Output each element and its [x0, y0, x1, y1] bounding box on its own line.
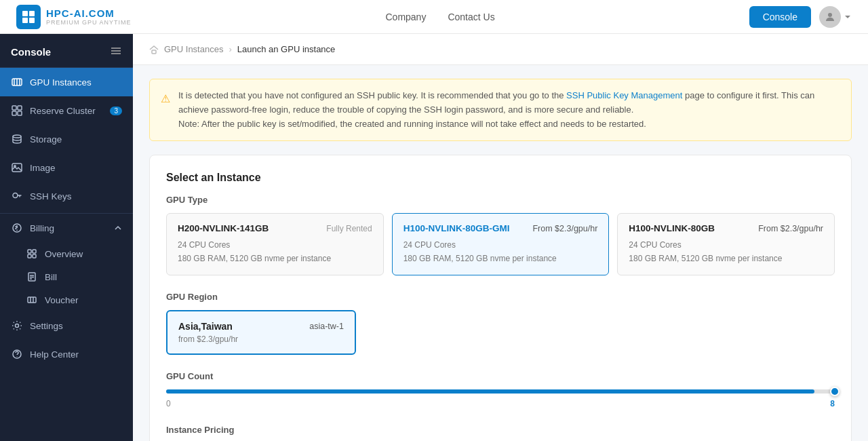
region-card-taiwan[interactable]: Asia,Taiwan asia-tw-1 from $2.3/gpu/hr — [166, 310, 356, 355]
menu-icon — [110, 45, 122, 57]
sidebar-item-storage[interactable]: Storage — [0, 125, 133, 153]
sidebar-toggle-button[interactable] — [110, 45, 122, 59]
instance-pricing-label: Instance Pricing — [166, 425, 835, 435]
logo-svg — [21, 9, 36, 24]
breadcrumb: GPU Instances › Launch an GPU instance — [133, 34, 868, 65]
help-label: Help Center — [30, 349, 79, 360]
sidebar-item-label-image: Image — [30, 163, 56, 173]
gpu-type-grid: H200-NVLINK-141GB Fully Rented 24 CPU Co… — [166, 213, 835, 275]
billing-label-row: Billing — [11, 222, 54, 234]
slider-max-label: 8 — [830, 399, 835, 408]
help-svg — [12, 349, 22, 360]
help-icon — [11, 348, 23, 360]
sidebar-item-help[interactable]: Help Center — [0, 340, 133, 368]
gpu-card-h100-gmi-specs: 24 CPU Cores 180 GB RAM, 5120 GB nvme pe… — [403, 239, 598, 265]
sidebar-item-label-storage: Storage — [30, 134, 62, 145]
alert-text-before: It is detected that you have not configu… — [178, 90, 566, 100]
gpu-card-h100-header: H100-NVLINK-80GB From $2.3/gpu/hr — [629, 223, 823, 233]
app-body: Console GPU Instances — [0, 34, 868, 441]
avatar — [819, 6, 841, 28]
nav-company[interactable]: Company — [385, 12, 426, 22]
gpu-card-h200-specs: 24 CPU Cores 180 GB RAM, 5120 GB nvme pe… — [178, 239, 372, 265]
select-instance-title: Select an Instance — [166, 172, 835, 184]
settings-svg — [12, 320, 22, 331]
slider-track — [166, 389, 835, 394]
sidebar-item-gpu-instances[interactable]: GPU Instances — [0, 68, 133, 96]
svg-rect-12 — [12, 106, 16, 110]
slider-labels: 0 8 — [166, 399, 835, 408]
page-body: ⚠ It is detected that you have not confi… — [133, 65, 868, 441]
sidebar-item-voucher[interactable]: Voucher — [19, 288, 133, 311]
ssh-key-link[interactable]: SSH Public Key Management — [566, 90, 682, 100]
sidebar-header: Console — [0, 34, 133, 68]
logo-text-area: HPC-AI.COM PREMIUM GPU ANYTIME — [46, 7, 132, 26]
svg-rect-29 — [28, 297, 36, 303]
logo-icon — [16, 5, 41, 29]
sidebar-item-settings[interactable]: Settings — [0, 311, 133, 340]
nav-right: Console — [749, 6, 852, 28]
gpu-card-h100-specs: 24 CPU Cores 180 GB RAM, 5120 GB nvme pe… — [629, 239, 823, 265]
sidebar-item-overview[interactable]: Overview — [19, 242, 133, 265]
storage-svg — [12, 134, 22, 145]
reserve-cluster-badge: 3 — [110, 107, 122, 115]
bill-label: Bill — [45, 272, 57, 282]
gpu-region-label: GPU Region — [166, 292, 835, 302]
voucher-icon — [26, 294, 38, 306]
gpu-count-section: GPU Count 0 8 — [166, 371, 835, 408]
svg-rect-15 — [18, 111, 22, 115]
sidebar-item-reserve-cluster[interactable]: Reserve Cluster 3 — [0, 96, 133, 125]
alert-content: It is detected that you have not configu… — [178, 89, 840, 131]
sidebar-item-image[interactable]: Image — [0, 153, 133, 182]
svg-point-16 — [13, 135, 21, 138]
logo: HPC-AI.COM PREMIUM GPU ANYTIME — [16, 5, 132, 29]
alert-icon: ⚠ — [161, 90, 170, 108]
gpu-card-h100-gmi[interactable]: H100-NVLINK-80GB-GMI From $2.3/gpu/hr 24… — [392, 213, 610, 275]
instance-pricing-section: Instance Pricing — [166, 425, 835, 441]
gpu-card-h200-name: H200-NVLINK-141GB — [178, 223, 269, 233]
gpu-card-h200[interactable]: H200-NVLINK-141GB Fully Rented 24 CPU Co… — [166, 213, 384, 275]
slider-thumb[interactable] — [830, 387, 840, 396]
reserve-icon — [11, 104, 23, 117]
svg-rect-0 — [22, 11, 28, 16]
svg-rect-1 — [29, 11, 35, 16]
breadcrumb-parent-link[interactable]: GPU Instances — [164, 44, 223, 54]
gpu-card-h100-name: H100-NVLINK-80GB — [629, 223, 715, 233]
sidebar: Console GPU Instances — [0, 34, 133, 441]
gpu-card-h100-price: From $2.3/gpu/hr — [758, 224, 823, 233]
svg-rect-14 — [12, 111, 16, 115]
settings-icon — [11, 320, 23, 332]
billing-icon — [11, 222, 23, 234]
chevron-down-icon — [844, 13, 852, 21]
voucher-svg — [27, 295, 37, 305]
overview-label: Overview — [45, 249, 83, 259]
gpu-card-h100[interactable]: H100-NVLINK-80GB From $2.3/gpu/hr 24 CPU… — [617, 213, 835, 275]
overview-icon — [26, 248, 38, 260]
region-header: Asia,Taiwan asia-tw-1 — [178, 321, 344, 332]
region-price: from $2.3/gpu/hr — [178, 334, 344, 344]
logo-subtitle: PREMIUM GPU ANYTIME — [46, 19, 132, 26]
gpu-count-label: GPU Count — [166, 371, 835, 381]
sidebar-item-billing[interactable]: Billing — [0, 214, 133, 242]
billing-submenu: Overview Bill — [0, 242, 133, 311]
slider-wrapper — [166, 389, 835, 394]
alert-note: Note: After the public key is set/modifi… — [178, 119, 646, 129]
top-navigation: HPC-AI.COM PREMIUM GPU ANYTIME Company C… — [0, 0, 868, 34]
sidebar-item-ssh-keys[interactable]: SSH Keys — [0, 182, 133, 210]
svg-rect-24 — [33, 254, 36, 258]
user-avatar-area[interactable] — [819, 6, 852, 28]
region-name: Asia,Taiwan — [178, 321, 233, 332]
gpu-type-label: GPU Type — [166, 195, 835, 205]
sidebar-title: Console — [11, 46, 51, 58]
svg-rect-13 — [18, 106, 22, 110]
sidebar-item-bill[interactable]: Bill — [19, 265, 133, 288]
ssh-key-alert: ⚠ It is detected that you have not confi… — [149, 79, 852, 141]
reserve-svg — [12, 105, 22, 116]
billing-label: Billing — [30, 223, 54, 233]
nav-contact[interactable]: Contact Us — [448, 12, 494, 22]
overview-svg — [27, 249, 37, 258]
key-icon — [11, 190, 23, 202]
main-content: GPU Instances › Launch an GPU instance ⚠… — [133, 34, 868, 441]
console-button[interactable]: Console — [749, 6, 811, 28]
sidebar-item-label-reserve: Reserve Cluster — [30, 106, 96, 116]
svg-point-4 — [828, 13, 832, 17]
